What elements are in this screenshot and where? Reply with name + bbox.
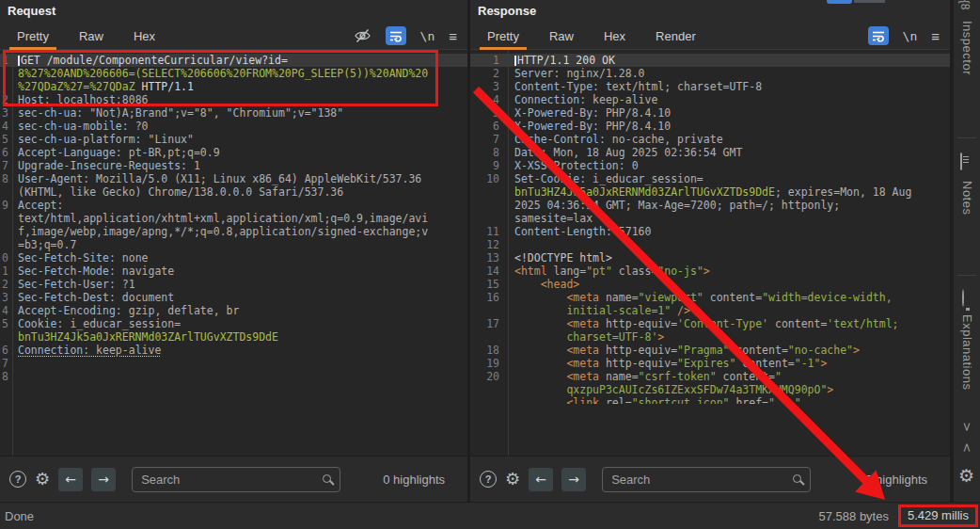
gear-icon[interactable]: ⚙ bbox=[35, 471, 50, 488]
code-line: (KHTML, like Gecko) Chrome/138.0.0.0 Saf… bbox=[0, 185, 467, 199]
divider bbox=[957, 275, 976, 276]
lightbulb-icon[interactable] bbox=[962, 289, 964, 307]
line-content bbox=[12, 370, 467, 383]
line-content: Sec-Fetch-Site: none bbox=[12, 251, 467, 264]
chevron-expand-icon[interactable]: > bbox=[960, 422, 974, 432]
line-number bbox=[470, 212, 508, 225]
sidebar-item-notes[interactable]: Notes bbox=[960, 181, 974, 215]
code-line: 8%27%20AND%206606=(SELECT%206606%20FROM%… bbox=[0, 67, 467, 80]
code-line: 14<html lang="pt" class="no-js"> bbox=[470, 264, 950, 278]
tab-hex[interactable]: Hex bbox=[589, 23, 640, 49]
line-number: 1 bbox=[470, 54, 508, 67]
line-content: bnTu3HZ4Jk5a0JxRERNMd03ZArlTUGvXZTDs9DdE… bbox=[508, 185, 950, 199]
line-number: 3 bbox=[470, 80, 508, 93]
response-tabs-row: PrettyRawHexRender \n ≡ bbox=[470, 23, 950, 50]
response-time-millis: 5.429 millis bbox=[898, 505, 978, 527]
line-content: =b3;q=0.7 bbox=[12, 238, 467, 251]
line-content: X-Powered-By: PHP/8.4.10 bbox=[508, 106, 950, 120]
tab-raw[interactable]: Raw bbox=[64, 23, 119, 49]
request-tabs-row: PrettyRawHex \n ≡ bbox=[0, 23, 467, 50]
menu-icon[interactable]: ≡ bbox=[931, 28, 939, 44]
menu-icon[interactable]: ≡ bbox=[449, 28, 456, 44]
line-number: 16 bbox=[470, 291, 508, 304]
response-highlights-count: 0 highlights bbox=[865, 473, 940, 487]
line-number: 7 bbox=[0, 159, 12, 172]
gear-icon[interactable]: ⚙ bbox=[505, 471, 520, 488]
line-content: User-Agent: Mozilla/5.0 (X11; Linux x86_… bbox=[12, 172, 467, 185]
line-number bbox=[470, 185, 508, 199]
line-content: Connection: keep-alive bbox=[12, 344, 467, 357]
line-content: Sec-Fetch-Mode: navigate bbox=[12, 264, 467, 278]
newline-icon[interactable]: \n bbox=[903, 29, 918, 43]
code-line: 8User-Agent: Mozilla/5.0 (X11; Linux x86… bbox=[0, 172, 467, 185]
sidebar-item-explanations[interactable]: Explanations bbox=[960, 314, 974, 390]
chevron-collapse-icon[interactable]: < bbox=[960, 442, 974, 453]
line-content: HTTP/1.1 200 OK bbox=[508, 54, 950, 67]
request-search-bar: ? ⚙ ← → 0 highlights bbox=[0, 456, 467, 502]
code-line: %27QDaZ%27=%27QDaZ HTTP/1.1 bbox=[0, 80, 467, 93]
line-number: 5 bbox=[470, 106, 508, 120]
line-number bbox=[470, 383, 508, 396]
line-content: Accept-Language: pt-BR,pt;q=0.9 bbox=[12, 146, 467, 159]
search-prev-button[interactable]: ← bbox=[58, 468, 83, 491]
word-wrap-icon[interactable] bbox=[868, 26, 889, 45]
status-text: Done bbox=[0, 509, 34, 523]
notes-icon[interactable] bbox=[960, 152, 962, 170]
response-editor[interactable]: 1HTTP/1.1 200 OK2Server: nginx/1.28.03Co… bbox=[470, 50, 950, 456]
line-content: 2025 04:36:54 GMT; Max-Age=7200; path=/;… bbox=[508, 199, 950, 212]
response-search-input[interactable] bbox=[602, 467, 811, 492]
help-icon[interactable]: ? bbox=[9, 471, 26, 488]
code-line: 1GET /module/ComponenteCurricular/view?i… bbox=[0, 54, 467, 67]
line-content: <meta http-equiv="Expires" content="-1"> bbox=[508, 357, 950, 370]
code-line: 1Sec-Fetch-Mode: navigate bbox=[0, 264, 467, 278]
code-line: 9Accept: bbox=[0, 199, 467, 212]
eye-off-icon[interactable] bbox=[354, 28, 371, 43]
code-line: 6Connection: keep-alive bbox=[0, 344, 467, 357]
tab-render[interactable]: Render bbox=[640, 23, 711, 49]
sidebar-item-inspector[interactable]: Inspector bbox=[960, 21, 974, 75]
line-number: 0 bbox=[0, 251, 12, 264]
help-icon[interactable]: ? bbox=[480, 471, 497, 488]
settings-gear-icon[interactable]: ⚙ bbox=[958, 465, 974, 486]
code-line: bnTu3HZ4Jk5a0JxRERNMd03ZArlTUGvXZTDs9DdE… bbox=[470, 185, 950, 199]
line-number: 4 bbox=[470, 93, 508, 106]
inspector-icon[interactable]: {8 bbox=[958, 0, 972, 9]
line-content: 8%27%20AND%206606=(SELECT%206606%20FROM%… bbox=[12, 67, 467, 80]
tab-pretty[interactable]: Pretty bbox=[472, 23, 534, 49]
tab-raw[interactable]: Raw bbox=[534, 23, 589, 49]
line-number: 9 bbox=[0, 199, 12, 212]
code-line: 16 <meta name="viewport" content="width=… bbox=[470, 291, 950, 304]
line-number: 1 bbox=[0, 264, 12, 278]
line-content: X-XSS-Protection: 0 bbox=[508, 159, 950, 172]
code-line: text/html,application/xhtml+xml,applicat… bbox=[0, 212, 467, 225]
line-content: Cookie: i_educar_session= bbox=[12, 317, 467, 330]
search-next-button[interactable]: → bbox=[91, 468, 116, 491]
tab-border-remnant bbox=[854, 0, 885, 3]
code-line: 2025 04:36:54 GMT; Max-Age=7200; path=/;… bbox=[470, 199, 950, 212]
word-wrap-icon[interactable] bbox=[386, 26, 406, 45]
response-panel: Response PrettyRawHexRender \n ≡ 1HTTP/1… bbox=[470, 0, 950, 502]
line-number: 9 bbox=[470, 159, 508, 172]
line-number: 3 bbox=[0, 291, 12, 304]
line-number: 12 bbox=[470, 238, 508, 251]
tab-hex[interactable]: Hex bbox=[119, 23, 170, 49]
newline-icon[interactable]: \n bbox=[420, 29, 435, 43]
line-content: sec-ch-ua-mobile: ?0 bbox=[12, 120, 467, 133]
line-content: Content-Type: text/html; charset=UTF-8 bbox=[508, 80, 950, 93]
line-number: 3 bbox=[0, 106, 12, 120]
line-content: <meta name="viewport" content="width=dev… bbox=[508, 291, 950, 304]
request-search-input[interactable] bbox=[132, 467, 340, 492]
code-line: 4Connection: keep-alive bbox=[470, 93, 950, 106]
code-line: 6Accept-Language: pt-BR,pt;q=0.9 bbox=[0, 146, 467, 159]
code-line: 8 bbox=[0, 370, 467, 383]
line-content: X-Powered-By: PHP/8.4.10 bbox=[508, 120, 950, 133]
code-line: 13<!DOCTYPE html> bbox=[470, 251, 950, 264]
search-prev-button[interactable]: ← bbox=[529, 468, 553, 491]
request-editor[interactable]: 1GET /module/ComponenteCurricular/view?i… bbox=[0, 50, 467, 456]
line-content: initial-scale=1" /> bbox=[508, 304, 950, 317]
code-line: charset=UTF-8'> bbox=[470, 330, 950, 344]
line-content: <meta http-equiv='Content-Type' content=… bbox=[508, 317, 950, 330]
tab-pretty[interactable]: Pretty bbox=[2, 23, 64, 49]
code-line: 0Sec-Fetch-Site: none bbox=[0, 251, 467, 264]
search-next-button[interactable]: → bbox=[561, 468, 586, 491]
